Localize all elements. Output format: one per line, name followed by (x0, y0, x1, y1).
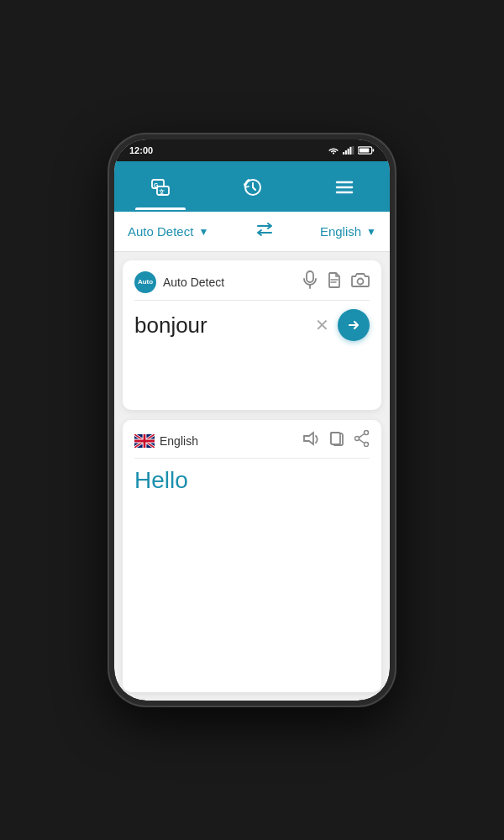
target-lang-chevron: ▼ (366, 226, 376, 238)
input-text-row: bonjour ✕ (134, 309, 370, 341)
output-lang-info: English (134, 434, 198, 448)
output-lang-label: English (160, 434, 198, 448)
output-card-header: English (134, 430, 370, 459)
svg-point-20 (358, 279, 364, 285)
svg-rect-2 (348, 149, 349, 155)
copy-btn[interactable] (329, 430, 344, 451)
status-bar: 12:00 (114, 139, 390, 161)
swap-btn[interactable] (255, 222, 274, 241)
speaker-btn[interactable] (302, 431, 319, 450)
input-text[interactable]: bonjour (134, 312, 207, 339)
menu-nav-btn[interactable] (318, 172, 371, 209)
translate-nav-btn[interactable]: G 文 (133, 171, 188, 210)
input-controls: ✕ (315, 309, 370, 341)
output-spacer (134, 494, 370, 561)
input-card: Auto Auto Detect (123, 260, 381, 410)
signal-icon (343, 146, 354, 155)
source-lang-selector[interactable]: Auto Detect ▼ (128, 224, 208, 239)
svg-rect-3 (349, 147, 351, 155)
input-spacer (134, 341, 370, 400)
input-card-actions (302, 270, 370, 293)
output-text: Hello (134, 467, 370, 494)
target-lang-label: English (320, 224, 361, 239)
input-lang-info: Auto Auto Detect (134, 271, 224, 293)
svg-rect-7 (373, 149, 375, 151)
svg-point-26 (365, 443, 369, 447)
svg-rect-16 (307, 271, 313, 282)
svg-rect-4 (352, 146, 354, 155)
source-lang-label: Auto Detect (128, 224, 193, 239)
clear-btn[interactable]: ✕ (315, 315, 329, 335)
input-card-header: Auto Auto Detect (134, 270, 370, 301)
svg-rect-0 (343, 152, 344, 155)
wifi-icon (328, 146, 339, 155)
output-card: English (123, 420, 381, 692)
output-card-actions (302, 430, 370, 451)
translate-icon: G 文 (150, 176, 171, 203)
source-lang-chevron: ▼ (198, 226, 208, 238)
mic-btn[interactable] (302, 270, 318, 293)
status-time: 12:00 (129, 145, 153, 155)
phone-screen: 12:00 (114, 139, 390, 701)
lang-bar: Auto Detect ▼ English ▼ (114, 212, 390, 252)
svg-rect-1 (345, 150, 347, 155)
camera-btn[interactable] (351, 272, 370, 291)
svg-rect-6 (360, 149, 370, 153)
menu-icon (334, 177, 354, 202)
history-nav-btn[interactable] (226, 172, 280, 209)
svg-rect-24 (331, 433, 340, 444)
share-btn[interactable] (354, 430, 370, 451)
status-icons (328, 146, 375, 155)
svg-line-28 (360, 434, 365, 438)
uk-flag-icon (134, 434, 155, 448)
doc-btn[interactable] (328, 271, 341, 292)
auto-badge: Auto (134, 271, 156, 293)
svg-text:文: 文 (159, 188, 165, 195)
translate-btn[interactable] (338, 309, 370, 341)
input-lang-label: Auto Detect (163, 276, 224, 289)
svg-marker-22 (304, 433, 313, 444)
phone-frame: 12:00 (109, 134, 395, 706)
svg-point-25 (365, 431, 369, 435)
target-lang-selector[interactable]: English ▼ (320, 224, 376, 239)
svg-line-29 (360, 439, 365, 443)
history-icon (243, 177, 263, 202)
svg-point-27 (355, 437, 360, 441)
app-header: G 文 (114, 161, 390, 212)
battery-icon (358, 146, 375, 155)
